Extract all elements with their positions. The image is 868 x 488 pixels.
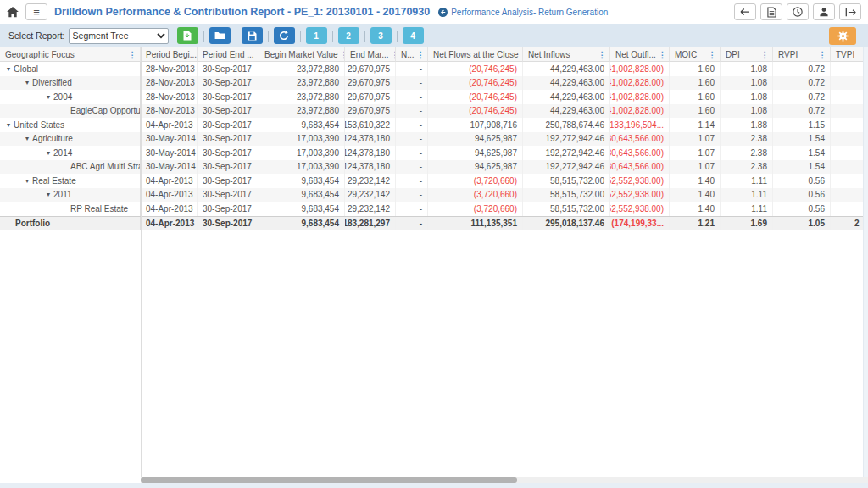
tree-expand-icon[interactable]: ▾	[47, 93, 50, 101]
cell-begin_mv: 9,683,454	[259, 188, 345, 202]
open-report-button[interactable]	[209, 27, 231, 44]
cell-n: -	[396, 217, 428, 231]
cell-rvpi: 0.72	[773, 76, 831, 91]
cell-period_end: 30-Sep-2017	[198, 118, 259, 132]
cell-period_begin: 30-May-2014	[141, 132, 198, 147]
cell-net_inflows: 192,272,942.46	[523, 132, 610, 147]
cell-dpi: 1.69	[721, 217, 773, 231]
logout-button[interactable]	[839, 3, 861, 20]
cell-rvpi: 0.56	[773, 202, 831, 216]
column-menu-icon[interactable]: ⋮	[761, 50, 770, 59]
tree-expand-icon[interactable]: ▾	[7, 121, 10, 129]
tree-expand-icon[interactable]: ▾	[25, 135, 29, 142]
column-menu-icon[interactable]: ⋮	[709, 50, 717, 59]
frozen-column-divider	[141, 47, 142, 477]
column-menu-icon[interactable]: ⋮	[819, 50, 827, 59]
grid-header-row: Geographic Focus⋮Period Begi...⋮Period E…	[0, 47, 868, 62]
col-header-net_inflows[interactable]: Net Inflows⋮	[523, 47, 610, 62]
cell-period_begin: 04-Apr-2013	[141, 118, 198, 132]
cell-n: -	[396, 104, 428, 119]
settings-button[interactable]	[829, 27, 856, 45]
tree-row[interactable]: ▾200428-Nov-201330-Sep-201723,972,88029,…	[0, 90, 868, 104]
horizontal-scrollbar-thumb[interactable]	[141, 477, 517, 483]
cell-period_begin: 28-Nov-2013	[141, 104, 198, 119]
vertical-scrollbar[interactable]	[863, 47, 868, 477]
cell-period_begin: 04-Apr-2013	[141, 174, 198, 188]
row-label: Portfolio	[15, 219, 50, 228]
col-header-begin_mv[interactable]: Begin Market Value⋮	[259, 47, 345, 62]
tree-row[interactable]: ▾Diversified28-Nov-201330-Sep-201723,972…	[0, 76, 868, 91]
tree-row[interactable]: ABC Agri Multi Strategy30-May-201430-Sep…	[0, 160, 868, 175]
page-button-3[interactable]: 3	[370, 27, 392, 44]
home-button[interactable]	[7, 7, 19, 18]
cell-end_mv: 29,670,975	[345, 104, 396, 119]
cell-label: ▾United States	[0, 118, 141, 132]
horizontal-scrollbar-track[interactable]	[141, 477, 868, 483]
tree-row[interactable]: EagleCap Opportunities28-Nov-201330-Sep-…	[0, 104, 868, 119]
page-button-1[interactable]: 1	[306, 27, 327, 44]
cell-net_inflows: 295,018,137.46	[523, 217, 610, 231]
back-arrow-icon	[740, 8, 750, 16]
col-header-n[interactable]: N...⋮	[396, 47, 428, 62]
cell-n: -	[396, 146, 428, 160]
cell-net_flows: 94,625,987	[428, 132, 523, 147]
cell-period_begin: 28-Nov-2013	[141, 90, 198, 104]
cell-n: -	[396, 174, 428, 188]
tree-expand-icon[interactable]: ▾	[25, 177, 29, 185]
refresh-button[interactable]	[274, 27, 295, 44]
hamburger-menu-button[interactable]: ≡	[25, 3, 47, 20]
cell-rvpi: 1.15	[773, 118, 831, 132]
cell-moic: 1.40	[670, 188, 721, 202]
column-menu-icon[interactable]: ⋮	[598, 50, 607, 59]
cell-net_outflows: (80,643,566.00)	[610, 132, 670, 147]
save-button[interactable]	[242, 27, 263, 44]
col-header-period_begin[interactable]: Period Begi...⋮	[141, 47, 198, 62]
column-menu-icon[interactable]: ⋮	[659, 50, 667, 59]
row-label: 2011	[53, 190, 72, 199]
portfolio-total-row[interactable]: Portfolio04-Apr-201330-Sep-20179,683,454…	[0, 216, 868, 231]
tree-row[interactable]: ▾201430-May-201430-Sep-201717,003,390124…	[0, 146, 868, 160]
col-header-label[interactable]: Geographic Focus⋮	[0, 47, 141, 62]
col-header-net_outflows[interactable]: Net Outfl...⋮	[610, 47, 670, 62]
toolbar-separator	[397, 30, 398, 42]
cell-net_flows: (20,746,245)	[428, 104, 523, 119]
cell-period_end: 30-Sep-2017	[198, 188, 259, 202]
tree-row[interactable]: ▾Real Estate04-Apr-201330-Sep-20179,683,…	[0, 174, 868, 188]
col-header-net_flows[interactable]: Net Flows at the Close⋮	[428, 47, 523, 62]
history-button[interactable]	[787, 3, 809, 20]
column-menu-icon[interactable]: ⋮	[129, 50, 137, 59]
tree-row[interactable]: ▾Agriculture30-May-201430-Sep-201717,003…	[0, 132, 868, 147]
export-button[interactable]	[177, 27, 198, 44]
back-button[interactable]	[734, 3, 756, 20]
col-header-rvpi[interactable]: RVPI⋮	[773, 47, 831, 62]
user-button[interactable]	[813, 3, 835, 20]
cell-net_flows: (3,720,660)	[428, 188, 523, 202]
tree-expand-icon[interactable]: ▾	[47, 191, 50, 198]
breadcrumb[interactable]: Performance Analysis- Return Generation	[438, 8, 608, 17]
col-header-end_mv[interactable]: End Mar...⋮	[345, 47, 396, 62]
tree-expand-icon[interactable]: ▾	[7, 65, 10, 73]
col-header-label: N...	[401, 50, 415, 59]
page-button-2[interactable]: 2	[338, 27, 359, 44]
cell-end_mv: 124,378,180	[345, 146, 396, 160]
col-header-period_end[interactable]: Period End ...⋮	[198, 47, 259, 62]
tree-expand-icon[interactable]: ▾	[47, 149, 50, 157]
tree-expand-icon[interactable]: ▾	[25, 79, 29, 86]
tree-row[interactable]: RP Real Estate04-Apr-201330-Sep-20179,68…	[0, 202, 868, 216]
file-icon	[767, 7, 776, 18]
cell-rvpi: 0.72	[773, 62, 831, 76]
row-label: 2004	[53, 92, 72, 102]
report-select[interactable]: Segment Tree	[69, 28, 169, 44]
col-header-dpi[interactable]: DPI⋮	[721, 47, 773, 62]
column-menu-icon[interactable]: ⋮	[417, 50, 426, 59]
col-header-moic[interactable]: MOIC⋮	[670, 47, 721, 62]
toolbar-separator	[300, 30, 301, 42]
tree-row[interactable]: ▾Global28-Nov-201330-Sep-201723,972,8802…	[0, 62, 868, 76]
col-header-label: Net Inflows	[528, 50, 570, 59]
cell-net_flows: 111,135,351	[428, 217, 523, 231]
report-file-button[interactable]	[760, 3, 782, 20]
cell-moic: 1.21	[670, 217, 721, 231]
tree-row[interactable]: ▾United States04-Apr-201330-Sep-20179,68…	[0, 118, 868, 132]
page-button-4[interactable]: 4	[403, 27, 424, 44]
tree-row[interactable]: ▾201104-Apr-201330-Sep-20179,683,45429,2…	[0, 188, 868, 202]
